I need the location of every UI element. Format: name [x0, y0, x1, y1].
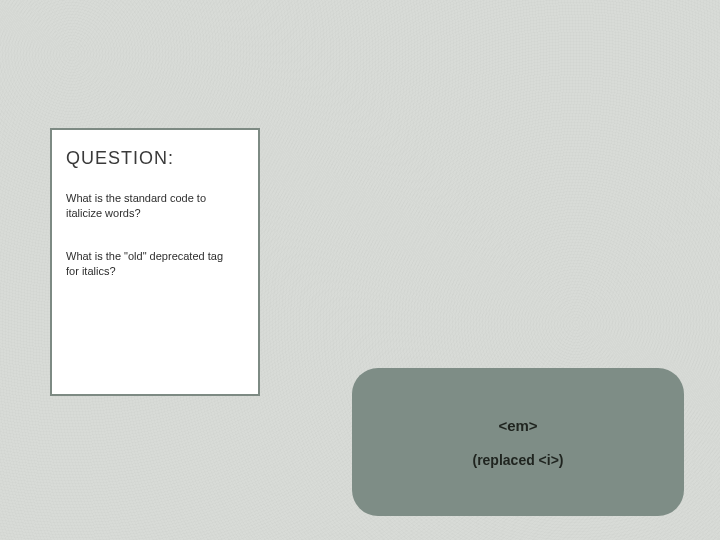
answer-box: <em> (replaced <i>) — [352, 368, 684, 516]
question-text-2: What is the "old" deprecated tag for ita… — [66, 249, 236, 279]
answer-line-2: (replaced <i>) — [472, 452, 563, 468]
question-box: QUESTION: What is the standard code to i… — [50, 128, 260, 396]
answer-line-1: <em> — [498, 417, 537, 434]
question-text-1: What is the standard code to italicize w… — [66, 191, 236, 221]
question-heading: QUESTION: — [66, 148, 244, 169]
